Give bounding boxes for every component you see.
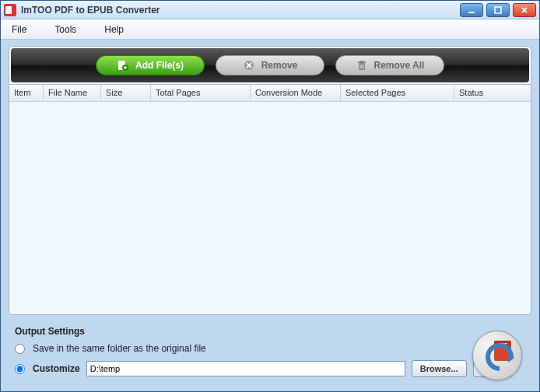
close-button[interactable]	[513, 3, 536, 17]
add-files-label: Add File(s)	[135, 60, 184, 71]
window-controls	[460, 3, 536, 17]
menubar: File Tools Help	[1, 19, 539, 40]
customize-row: Customize Browse... Open	[15, 360, 528, 377]
svg-rect-1	[495, 7, 501, 13]
menu-help[interactable]: Help	[104, 24, 124, 35]
window-title: ImTOO PDF to EPUB Converter	[21, 5, 460, 16]
table-header-row: Item File Name Size Total Pages Conversi…	[9, 85, 531, 102]
th-filename[interactable]: File Name	[44, 85, 101, 101]
app-icon	[4, 4, 16, 16]
output-path-input[interactable]	[86, 361, 405, 376]
same-folder-radio[interactable]	[15, 344, 25, 354]
th-status[interactable]: Status	[454, 85, 531, 101]
trash-icon	[356, 59, 368, 72]
app-window: ImTOO PDF to EPUB Converter File Tools H…	[0, 0, 540, 392]
same-folder-label: Save in the same folder as the original …	[33, 343, 206, 354]
customize-label: Customize	[33, 363, 80, 374]
customize-radio[interactable]	[15, 364, 25, 374]
menu-tools[interactable]: Tools	[54, 24, 76, 35]
th-selpages[interactable]: Selected Pages	[341, 85, 454, 101]
minimize-icon	[468, 6, 475, 14]
toolbar: Add File(s) Remove Remove All	[11, 48, 529, 82]
same-folder-row: Save in the same folder as the original …	[15, 343, 528, 354]
th-convmode[interactable]: Conversion Mode	[251, 85, 341, 101]
toolbar-container: Add File(s) Remove Remove All	[9, 46, 531, 85]
maximize-button[interactable]	[486, 3, 510, 17]
close-icon	[521, 6, 528, 14]
content-area: Add File(s) Remove Remove All It	[1, 40, 539, 391]
remove-icon	[243, 59, 255, 72]
remove-label: Remove	[261, 60, 298, 71]
add-files-button[interactable]: Add File(s)	[96, 55, 205, 75]
menu-file[interactable]: File	[12, 24, 26, 35]
file-table: Item File Name Size Total Pages Conversi…	[9, 85, 531, 315]
svg-rect-7	[360, 61, 363, 62]
svg-rect-0	[468, 12, 475, 13]
browse-button[interactable]: Browse...	[412, 360, 467, 377]
th-totalpages[interactable]: Total Pages	[151, 85, 251, 101]
minimize-button[interactable]	[460, 3, 483, 17]
remove-all-label: Remove All	[374, 60, 425, 71]
remove-all-button[interactable]: Remove All	[335, 55, 444, 75]
th-item[interactable]: Item	[9, 85, 44, 101]
convert-icon: PDF	[480, 338, 514, 373]
maximize-icon	[494, 6, 502, 14]
table-body[interactable]	[9, 102, 531, 314]
th-size[interactable]: Size	[101, 85, 151, 101]
remove-button[interactable]: Remove	[216, 55, 324, 75]
convert-button[interactable]: PDF	[472, 331, 522, 380]
output-settings-title: Output Settings	[15, 326, 528, 337]
output-settings: Output Settings Save in the same folder …	[9, 323, 531, 383]
add-file-icon	[117, 59, 129, 72]
titlebar: ImTOO PDF to EPUB Converter	[1, 1, 539, 19]
